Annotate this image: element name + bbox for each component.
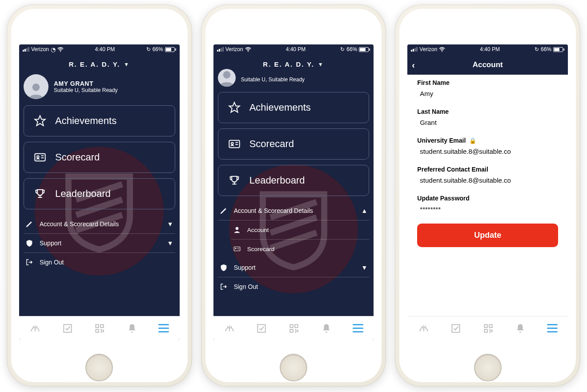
menu-account-details[interactable]: Account & Scorecard Details ▼ bbox=[24, 215, 175, 234]
carrier-label: Verizon bbox=[225, 46, 243, 52]
profile-header[interactable]: AMY GRANT Suitable U, Suitable Ready bbox=[19, 72, 180, 104]
nav-menu[interactable] bbox=[547, 324, 558, 332]
last-name-field[interactable]: Grant bbox=[417, 119, 558, 126]
tile-label: Achievements bbox=[249, 102, 311, 113]
program-selector[interactable]: R. E. A. D. Y. ▼ bbox=[19, 54, 180, 72]
svg-rect-16 bbox=[290, 324, 293, 328]
account-header: ‹ Account bbox=[407, 54, 568, 75]
status-bar: Verizon 4:40 PM ↻ 66% bbox=[213, 44, 374, 54]
tile-label: Leaderboard bbox=[249, 175, 305, 186]
avatar bbox=[218, 69, 236, 87]
nav-menu[interactable] bbox=[158, 324, 169, 332]
battery-pct: 66% bbox=[153, 46, 163, 52]
menu-sign-out[interactable]: Sign Out bbox=[218, 277, 370, 296]
submenu-account[interactable]: Account bbox=[231, 220, 370, 240]
pencil-icon bbox=[220, 207, 228, 215]
menu-sign-out[interactable]: Sign Out bbox=[24, 253, 175, 272]
home-button[interactable] bbox=[474, 354, 502, 381]
star-icon bbox=[34, 115, 46, 127]
nav-dashboard[interactable] bbox=[224, 323, 235, 334]
menu-account-details[interactable]: Account & Scorecard Details ▲ bbox=[218, 201, 370, 220]
battery-icon bbox=[553, 47, 564, 52]
tile-achievements[interactable]: Achievements bbox=[24, 105, 175, 136]
chevron-down-icon: ▼ bbox=[167, 220, 173, 228]
home-button[interactable] bbox=[85, 354, 113, 381]
phone-mockup-2: Verizon 4:40 PM ↻ 66% R. E. A. D. Y. ▼ S bbox=[201, 4, 386, 387]
svg-point-8 bbox=[248, 51, 249, 52]
nav-notifications[interactable] bbox=[321, 323, 332, 334]
nav-tasks[interactable] bbox=[450, 323, 462, 334]
carrier-label: Verizon bbox=[419, 46, 437, 52]
page-title: Account bbox=[473, 60, 503, 69]
status-bar: Verizon ◔︎ 4:40 PM ↻ 66% bbox=[19, 44, 180, 54]
signal-icon bbox=[23, 47, 29, 52]
tile-scorecard[interactable]: Scorecard bbox=[24, 142, 175, 173]
refresh-icon: ↻ bbox=[146, 46, 151, 52]
svg-rect-23 bbox=[484, 329, 487, 332]
svg-rect-13 bbox=[234, 247, 240, 251]
svg-point-3 bbox=[37, 156, 39, 158]
menu-support[interactable]: Support ▼ bbox=[24, 234, 175, 253]
menu-label: Account & Scorecard Details bbox=[40, 220, 119, 228]
svg-point-11 bbox=[231, 143, 233, 145]
password-label: Update Password bbox=[417, 195, 558, 202]
tile-achievements[interactable]: Achievements bbox=[218, 92, 370, 123]
program-selector[interactable]: R. E. A. D. Y. ▼ bbox=[213, 54, 374, 72]
wifi-icon: ◔︎ bbox=[51, 46, 56, 53]
profile-subtitle: Suitable U, Suitable Ready bbox=[241, 76, 305, 83]
signal-icon bbox=[217, 47, 224, 52]
screen-menu-expanded: Verizon 4:40 PM ↻ 66% R. E. A. D. Y. ▼ S bbox=[213, 44, 374, 340]
signout-icon bbox=[220, 283, 228, 291]
submenu-scorecard[interactable]: Scorecard bbox=[231, 240, 370, 258]
lock-icon: 🔒 bbox=[469, 137, 476, 144]
hamburger-icon bbox=[353, 324, 363, 332]
refresh-icon: ↻ bbox=[340, 46, 345, 52]
nav-qr[interactable] bbox=[94, 323, 105, 334]
avatar bbox=[24, 74, 48, 99]
back-button[interactable]: ‹ bbox=[412, 60, 415, 70]
nav-notifications[interactable] bbox=[515, 323, 526, 334]
menu-support[interactable]: Support ▼ bbox=[218, 258, 370, 277]
svg-rect-17 bbox=[295, 324, 298, 328]
svg-rect-21 bbox=[484, 324, 487, 328]
svg-point-19 bbox=[442, 51, 442, 52]
bottom-nav bbox=[19, 316, 180, 340]
first-name-field[interactable]: Amy bbox=[417, 90, 558, 97]
update-button[interactable]: Update bbox=[417, 224, 558, 247]
nav-notifications[interactable] bbox=[126, 323, 138, 334]
tile-leaderboard[interactable]: Leaderboard bbox=[24, 178, 175, 209]
wifi-icon bbox=[245, 47, 251, 52]
last-name-label: Last Name bbox=[417, 108, 558, 115]
shield-icon bbox=[25, 239, 33, 247]
program-title: R. E. A. D. Y. bbox=[69, 60, 121, 68]
nav-qr[interactable] bbox=[482, 323, 494, 334]
tile-label: Achievements bbox=[55, 115, 117, 127]
profile-header-compact[interactable]: Suitable U, Suitable Ready bbox=[213, 72, 374, 90]
refresh-icon: ↻ bbox=[535, 46, 539, 52]
star-icon bbox=[228, 101, 241, 114]
nav-tasks[interactable] bbox=[256, 323, 267, 334]
clock: 4:40 PM bbox=[286, 46, 306, 52]
pencil-icon bbox=[25, 220, 33, 228]
tile-leaderboard[interactable]: Leaderboard bbox=[218, 165, 370, 196]
preferred-email-field[interactable]: student.suitable.8@suitable.co bbox=[417, 176, 558, 184]
tile-scorecard[interactable]: Scorecard bbox=[218, 128, 370, 160]
nav-qr[interactable] bbox=[288, 323, 300, 334]
hamburger-icon bbox=[158, 324, 169, 332]
hamburger-icon bbox=[547, 324, 558, 332]
password-field[interactable]: ******** bbox=[417, 205, 558, 213]
wifi-icon bbox=[439, 47, 445, 52]
tile-label: Leaderboard bbox=[55, 188, 111, 200]
nav-menu[interactable] bbox=[353, 324, 363, 332]
svg-point-12 bbox=[236, 227, 238, 230]
chevron-up-icon: ▲ bbox=[361, 207, 367, 214]
screen-menu-collapsed: Verizon ◔︎ 4:40 PM ↻ 66% R. E. A. D. Y. … bbox=[19, 44, 180, 340]
nav-dashboard[interactable] bbox=[29, 323, 41, 334]
wifi-icon bbox=[57, 47, 64, 52]
trophy-icon bbox=[228, 174, 241, 187]
screen-account-form: Verizon 4:40 PM ↻ 66% ‹ Account First Na… bbox=[407, 44, 568, 340]
nav-dashboard[interactable] bbox=[418, 323, 430, 334]
svg-point-1 bbox=[32, 84, 40, 91]
home-button[interactable] bbox=[280, 354, 307, 381]
nav-tasks[interactable] bbox=[62, 323, 73, 334]
